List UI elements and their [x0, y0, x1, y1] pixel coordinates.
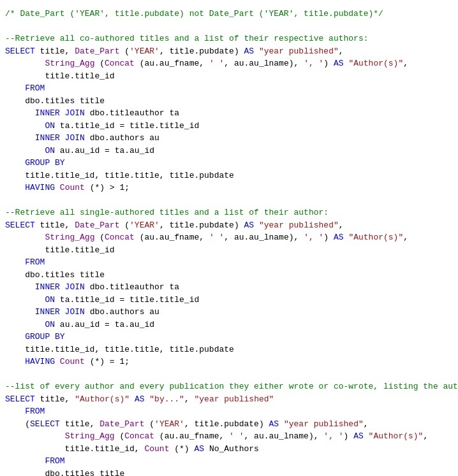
- code-line: FROM: [0, 82, 458, 95]
- code-line: INNER JOIN dbo.authors au: [0, 132, 458, 145]
- code-line: HAVING Count (*) > 1;: [0, 182, 458, 194]
- code-line: title.title_id, Count (*) AS No_Authors: [0, 443, 458, 456]
- code-line: /* Date_Part ('YEAR', title.pubdate) not…: [0, 8, 458, 20]
- code-line: dbo.titles title: [0, 95, 458, 108]
- code-line: --Retrieve all single-authored titles an…: [0, 206, 458, 219]
- code-line: String_Agg (Concat (au.au_fname, ' ', au…: [0, 231, 458, 244]
- code-line: FROM: [0, 455, 458, 468]
- code-editor: /* Date_Part ('YEAR', title.pubdate) not…: [0, 5, 458, 476]
- code-line: String_Agg (Concat (au.au_fname, ' ', au…: [0, 430, 458, 443]
- code-line: SELECT title, "Author(s)" AS "by...", "y…: [0, 393, 458, 406]
- code-line: ON au.au_id = ta.au_id: [0, 319, 458, 331]
- code-line: title.title_id, title.title, title.pubda…: [0, 169, 458, 182]
- code-line: HAVING Count (*) = 1;: [0, 356, 458, 368]
- code-line: ON ta.title_id = title.title_id: [0, 120, 458, 133]
- code-line: INNER JOIN dbo.titleauthor ta: [0, 107, 458, 120]
- code-line: (SELECT title, Date_Part ('YEAR', title.…: [0, 418, 458, 431]
- code-line: SELECT title, Date_Part ('YEAR', title.p…: [0, 45, 458, 58]
- code-line: GROUP BY: [0, 331, 458, 343]
- code-line: INNER JOIN dbo.titleauthor ta: [0, 281, 458, 294]
- code-line: String_Agg (Concat (au.au_fname, ' ', au…: [0, 57, 458, 70]
- code-line: ON ta.title_id = title.title_id: [0, 294, 458, 307]
- code-line: --Retrieve all co-authored titles and a …: [0, 32, 458, 45]
- code-line: title.title_id: [0, 244, 458, 257]
- code-line: ON au.au_id = ta.au_id: [0, 145, 458, 157]
- code-line: [0, 368, 458, 381]
- code-line: title.title_id, title.title, title.pubda…: [0, 343, 458, 356]
- code-line: SELECT title, Date_Part ('YEAR', title.p…: [0, 219, 458, 232]
- code-line: --list of every author and every publica…: [0, 380, 458, 393]
- code-line: INNER JOIN dbo.authors au: [0, 306, 458, 319]
- code-line: FROM: [0, 405, 458, 418]
- code-line: FROM: [0, 256, 458, 269]
- code-line: [0, 20, 458, 33]
- code-line: [0, 194, 458, 207]
- code-line: dbo.titles title: [0, 269, 458, 282]
- code-line: GROUP BY: [0, 157, 458, 169]
- code-line: dbo.titles title: [0, 468, 458, 477]
- code-line: title.title_id: [0, 70, 458, 83]
